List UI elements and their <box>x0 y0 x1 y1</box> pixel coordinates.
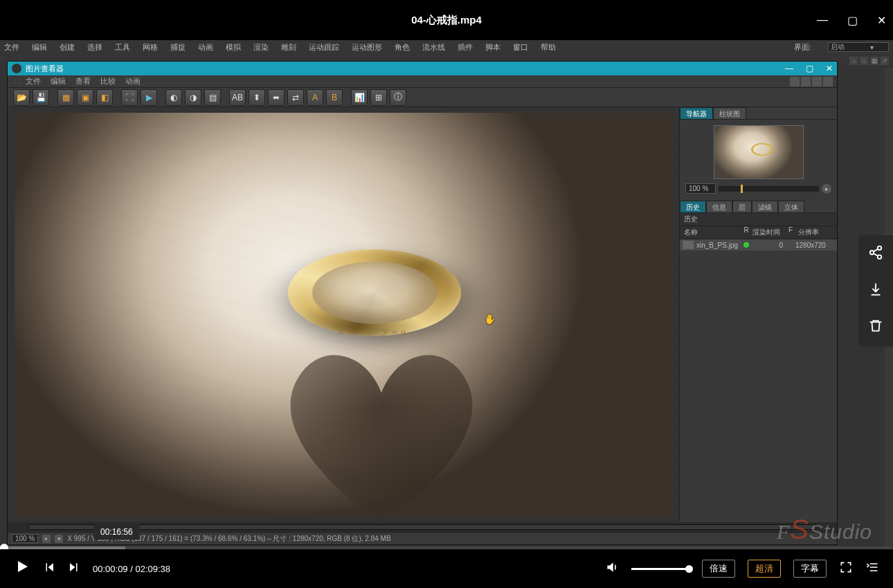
pv-menu-view[interactable]: 查看 <box>75 76 91 86</box>
ring-engraving: Love You <box>286 329 462 336</box>
pv-dock-icon-1[interactable] <box>790 77 800 86</box>
minimize-button[interactable]: — <box>817 14 828 26</box>
menu-select[interactable]: 选择 <box>87 42 102 53</box>
stop-render-icon[interactable]: ◧ <box>96 89 113 106</box>
volume-icon[interactable] <box>605 560 619 577</box>
col-name[interactable]: 名称 <box>680 226 740 239</box>
save-icon[interactable]: 💾 <box>33 89 49 106</box>
layout-dropdown[interactable]: 启动▾ <box>828 42 889 52</box>
timeline-tooltip: 00:16:56 <box>93 524 140 540</box>
c4d-corner-icons: ⌕ ⌂ ▦ ↗ <box>849 57 889 65</box>
next-button[interactable] <box>68 561 80 576</box>
pv-dock-icon-2[interactable] <box>801 77 811 86</box>
play-button[interactable] <box>14 558 30 579</box>
status-play-icon[interactable]: ▸ <box>42 535 51 543</box>
nav-zoom-reset-icon[interactable]: ▸ <box>822 184 831 194</box>
col-res[interactable]: 分辨率 <box>795 226 837 239</box>
quality-button[interactable]: 超清 <box>748 560 781 578</box>
menu-script[interactable]: 脚本 <box>485 42 500 53</box>
menu-anim[interactable]: 动画 <box>198 42 213 53</box>
tab-filter[interactable]: 滤镜 <box>752 201 778 212</box>
arrow-icon[interactable]: ↗ <box>881 57 889 65</box>
pv-menu-compare[interactable]: 比较 <box>100 76 116 86</box>
pv-close-button[interactable]: ✕ <box>826 64 833 73</box>
set-a-icon[interactable]: A <box>307 89 323 106</box>
navigator-thumbnail[interactable] <box>714 125 804 179</box>
home-icon[interactable]: ⌂ <box>860 57 868 65</box>
close-button[interactable]: ✕ <box>877 14 886 27</box>
prev-button[interactable] <box>43 561 55 576</box>
pv-dock-icon-4[interactable] <box>823 77 833 86</box>
menu-mograph[interactable]: 运动图形 <box>352 42 382 53</box>
col-rendertime[interactable]: 渲染时间 <box>752 226 786 239</box>
tab-history[interactable]: 历史 <box>680 201 706 212</box>
volume-slider[interactable] <box>631 568 689 570</box>
subtitle-button[interactable]: 字幕 <box>793 560 827 578</box>
open-icon[interactable]: 📂 <box>13 89 30 106</box>
menu-mesh[interactable]: 网格 <box>143 42 158 53</box>
nav-zoom-value[interactable]: 100 % <box>685 183 716 194</box>
delete-icon[interactable] <box>868 318 883 337</box>
status-stop-icon[interactable]: ● <box>55 535 63 543</box>
render-region-icon[interactable]: ▣ <box>77 89 93 106</box>
set-b-icon[interactable]: B <box>326 89 343 106</box>
maximize-button[interactable]: ▢ <box>847 14 858 27</box>
histogram-icon[interactable]: 📊 <box>351 89 368 106</box>
play-icon[interactable]: ▶ <box>141 89 157 106</box>
pv-maximize-button[interactable]: ▢ <box>806 64 813 73</box>
menu-sim[interactable]: 模拟 <box>226 42 241 53</box>
pv-canvas[interactable]: Love You ✋ <box>8 107 679 522</box>
pv-minimize-button[interactable]: — <box>785 64 793 73</box>
pv-menu-file[interactable]: 文件 <box>26 76 41 86</box>
floating-toolbar <box>858 235 893 347</box>
menu-snap[interactable]: 捕捉 <box>170 42 186 53</box>
tab-stereo[interactable]: 立体 <box>778 201 804 212</box>
ab-horiz-icon[interactable]: ⬌ <box>268 89 285 106</box>
tab-navigator[interactable]: 导航器 <box>680 107 713 119</box>
search-icon[interactable]: ⌕ <box>849 57 858 65</box>
playlist-button[interactable] <box>865 560 879 577</box>
pv-titlebar[interactable]: 图片查看器 — ▢ ✕ <box>8 62 837 75</box>
menu-window[interactable]: 窗口 <box>513 42 528 53</box>
tab-info[interactable]: 信息 <box>706 201 732 212</box>
ab-vert-icon[interactable]: ⬍ <box>249 89 265 106</box>
share-icon[interactable] <box>868 245 883 264</box>
render-icon[interactable]: ▦ <box>57 89 74 106</box>
menu-plugins[interactable]: 插件 <box>458 42 473 53</box>
pv-menu-edit[interactable]: 编辑 <box>51 76 66 86</box>
menu-char[interactable]: 角色 <box>395 42 410 53</box>
filter-icon[interactable]: ◐ <box>165 89 182 106</box>
tab-layer[interactable]: 层 <box>732 201 752 212</box>
menu-file[interactable]: 文件 <box>4 42 19 53</box>
download-icon[interactable] <box>868 282 883 300</box>
channel-icon[interactable]: ◑ <box>185 89 201 106</box>
fullscreen-button[interactable] <box>839 560 853 577</box>
menu-tools[interactable]: 工具 <box>115 42 130 53</box>
menu-sculpt[interactable]: 雕刻 <box>281 42 296 53</box>
menu-motrack[interactable]: 运动跟踪 <box>309 42 339 53</box>
swap-icon[interactable]: ⇄ <box>287 89 304 106</box>
menu-edit[interactable]: 编辑 <box>32 42 47 53</box>
pv-dock-icon-3[interactable] <box>812 77 822 86</box>
col-f[interactable]: F <box>786 226 795 239</box>
c4d-app: 文件 编辑 创建 选择 工具 网格 捕捉 动画 模拟 渲染 雕刻 运动跟踪 运动… <box>0 40 893 546</box>
history-row[interactable]: xin_B_PS.jpg 0 1280x720 <box>680 239 837 250</box>
menu-pipeline[interactable]: 流水线 <box>422 42 445 53</box>
grid-icon[interactable]: ⊞ <box>370 89 387 106</box>
history-columns: 名称 R 渲染时间 F 分辨率 <box>680 226 837 239</box>
info-icon[interactable]: ⓘ <box>390 89 406 106</box>
col-r[interactable]: R <box>740 226 752 239</box>
fullscreen-icon[interactable]: ⛶ <box>121 89 138 106</box>
grip-icon[interactable]: ⋮⋮ <box>12 78 21 84</box>
pv-menu-anim[interactable]: 动画 <box>125 76 141 86</box>
menu-help[interactable]: 帮助 <box>541 42 556 53</box>
menu-render[interactable]: 渲染 <box>253 42 269 53</box>
ab-compare-icon[interactable]: AB <box>229 89 246 106</box>
tab-histogram[interactable]: 柱状图 <box>713 107 746 119</box>
menu-create[interactable]: 创建 <box>60 42 75 53</box>
speed-button[interactable]: 倍速 <box>702 560 735 578</box>
status-zoom[interactable]: 100 % <box>12 534 38 543</box>
layout-icon[interactable]: ▦ <box>870 57 878 65</box>
alpha-icon[interactable]: ▤ <box>204 89 221 106</box>
nav-zoom-slider[interactable] <box>719 186 819 192</box>
